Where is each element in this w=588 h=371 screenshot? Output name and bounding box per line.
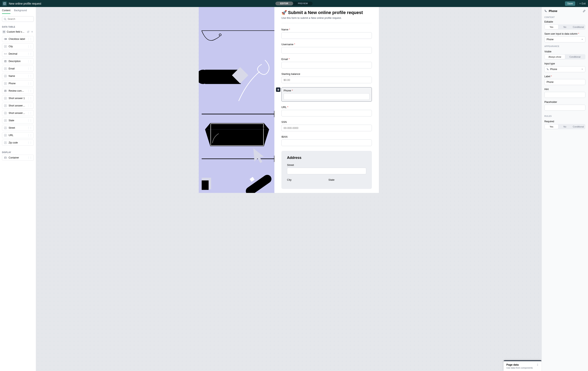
input-type-select[interactable]: Phone bbox=[544, 66, 585, 72]
page-data-popup[interactable]: Page data Use data from components bbox=[504, 360, 542, 371]
drag-handle-icon[interactable]: ⋮⋮ bbox=[27, 67, 32, 70]
drag-handle-icon[interactable]: ⋮⋮ bbox=[27, 104, 32, 107]
drag-handle-icon[interactable]: ⋮⋮ bbox=[27, 134, 32, 137]
open-icon[interactable] bbox=[27, 31, 30, 33]
field-item[interactable]: 0.0Decimal⋮⋮ bbox=[2, 51, 34, 57]
phone-icon bbox=[544, 10, 547, 12]
label-input[interactable] bbox=[544, 79, 585, 85]
expand-icon[interactable] bbox=[536, 364, 539, 366]
field-state[interactable]: State bbox=[328, 178, 366, 183]
container-icon bbox=[4, 156, 7, 159]
edit-icon[interactable] bbox=[583, 10, 585, 12]
field-item[interactable]: AShort answer 2 (…⋮⋮ bbox=[2, 103, 34, 109]
field-username[interactable]: Username * bbox=[281, 43, 372, 54]
field-item[interactable]: AEmail⋮⋮ bbox=[2, 66, 34, 72]
phone-icon bbox=[546, 68, 549, 71]
chevron-down-icon bbox=[581, 68, 583, 70]
address-block[interactable]: Address Street City State bbox=[281, 151, 372, 189]
svg-line-4 bbox=[6, 20, 6, 20]
exit-button[interactable]: ×Exit bbox=[579, 2, 586, 5]
tab-content[interactable]: Content bbox=[2, 9, 10, 14]
canvas[interactable]: 🚀Submit a New online profile request Use… bbox=[36, 7, 542, 371]
field-item[interactable]: Description⋮⋮ bbox=[2, 58, 34, 64]
svg-rect-0 bbox=[4, 2, 6, 5]
left-panel: Content Background DATA TABLE Custom fie… bbox=[0, 7, 36, 371]
divider bbox=[281, 23, 372, 23]
field-phone-selected[interactable]: Phone * bbox=[281, 87, 372, 102]
display-item[interactable]: Container⋮⋮ bbox=[2, 155, 34, 161]
drag-handle-icon[interactable]: ⋮⋮ bbox=[27, 156, 32, 159]
field-item[interactable]: Review comments⋮⋮ bbox=[2, 88, 34, 94]
field-item[interactable]: APhone⋮⋮ bbox=[2, 81, 34, 86]
field-type-icon: A bbox=[4, 134, 7, 137]
drag-handle-icon[interactable]: ⋮⋮ bbox=[27, 45, 32, 48]
address-title: Address bbox=[287, 156, 366, 160]
field-type-icon: A bbox=[4, 82, 7, 85]
field-item[interactable]: ACity⋮⋮ bbox=[2, 43, 34, 50]
field-type-icon: 0.0 bbox=[4, 52, 7, 55]
drag-handle-icon[interactable]: ⋮⋮ bbox=[27, 141, 32, 144]
svg-point-5 bbox=[3, 31, 5, 32]
tab-preview[interactable]: PREVIEW bbox=[293, 2, 313, 5]
field-iban[interactable]: IBAN bbox=[281, 135, 372, 146]
placeholder-input[interactable] bbox=[544, 105, 585, 111]
drag-handle-icon[interactable]: ⋮⋮ bbox=[27, 38, 32, 41]
app-icon bbox=[2, 1, 7, 6]
hint-input[interactable] bbox=[544, 92, 585, 98]
field-url[interactable]: URL * bbox=[281, 106, 372, 116]
drag-handle-icon[interactable]: ⋮⋮ bbox=[27, 75, 32, 77]
field-type-icon bbox=[4, 38, 7, 41]
field-starting-balance[interactable]: Starting balance bbox=[281, 72, 372, 83]
svg-point-7 bbox=[6, 39, 6, 40]
field-type-icon: A bbox=[4, 119, 7, 122]
field-item[interactable]: AName⋮⋮ bbox=[2, 73, 34, 79]
add-icon[interactable]: + bbox=[31, 30, 33, 34]
editable-toggle[interactable]: Yes No Conditional bbox=[544, 24, 585, 30]
required-toggle[interactable]: Yes No Conditional bbox=[544, 124, 585, 129]
drag-handle-icon[interactable]: ⋮⋮ bbox=[27, 52, 32, 55]
field-item[interactable]: Checkbox label⋮⋮ bbox=[2, 36, 34, 42]
field-item[interactable]: AURL⋮⋮ bbox=[2, 132, 34, 138]
field-type-icon: A bbox=[4, 67, 7, 70]
field-street[interactable]: Street bbox=[287, 164, 366, 174]
section-data-table: DATA TABLE bbox=[0, 24, 36, 29]
field-type-icon: A bbox=[4, 112, 7, 114]
search-icon bbox=[4, 18, 6, 21]
field-item[interactable]: AState⋮⋮ bbox=[2, 117, 34, 124]
drag-handle-icon[interactable]: ⋮⋮ bbox=[27, 89, 32, 92]
visible-toggle[interactable]: Always show Conditional bbox=[544, 54, 585, 59]
drag-handle-icon[interactable]: ⋮⋮ bbox=[27, 60, 32, 63]
save-column-select[interactable]: Phone bbox=[544, 36, 585, 42]
field-item[interactable]: AZip code⋮⋮ bbox=[2, 140, 34, 146]
svg-rect-31 bbox=[202, 181, 209, 190]
field-email[interactable]: Email * bbox=[281, 58, 372, 68]
drag-handle-icon[interactable]: ⋮⋮ bbox=[27, 112, 32, 114]
search-input[interactable] bbox=[2, 16, 34, 22]
field-ssn[interactable]: SSN bbox=[281, 121, 372, 131]
form-title: 🚀Submit a New online profile request bbox=[281, 10, 372, 15]
drag-handle-icon[interactable]: ⋮⋮ bbox=[27, 82, 32, 85]
field-item[interactable]: AShort answer 1⋮⋮ bbox=[2, 95, 34, 101]
delete-field-button[interactable] bbox=[276, 87, 280, 92]
page-title: New online profile request bbox=[9, 2, 41, 5]
data-table-selector[interactable]: Custom field vali… + bbox=[2, 29, 34, 34]
field-city[interactable]: City bbox=[287, 178, 325, 183]
drag-handle-icon[interactable]: ⋮⋮ bbox=[27, 126, 32, 129]
tab-background[interactable]: Background bbox=[14, 9, 27, 14]
drag-handle-icon[interactable]: ⋮⋮ bbox=[27, 97, 32, 100]
field-item[interactable]: AShort answer 3 R…⋮⋮ bbox=[2, 110, 34, 116]
field-type-icon bbox=[4, 60, 7, 63]
field-item[interactable]: AStreet⋮⋮ bbox=[2, 125, 34, 131]
field-type-icon: A bbox=[4, 75, 7, 77]
drag-handle-icon[interactable]: ⋮⋮ bbox=[27, 119, 32, 122]
save-button[interactable]: Save bbox=[565, 1, 575, 6]
divider bbox=[577, 2, 578, 5]
form-subtitle: Use this form to submit a New online pro… bbox=[281, 16, 372, 20]
trash-icon bbox=[277, 89, 279, 91]
section-display: DISPLAY bbox=[0, 150, 36, 155]
form-banner-image bbox=[199, 7, 274, 193]
tab-editor[interactable]: EDITOR bbox=[275, 2, 293, 5]
app-header: New online profile request EDITOR PREVIE… bbox=[0, 0, 588, 7]
svg-rect-18 bbox=[199, 12, 274, 188]
field-name[interactable]: Name * bbox=[281, 28, 372, 39]
